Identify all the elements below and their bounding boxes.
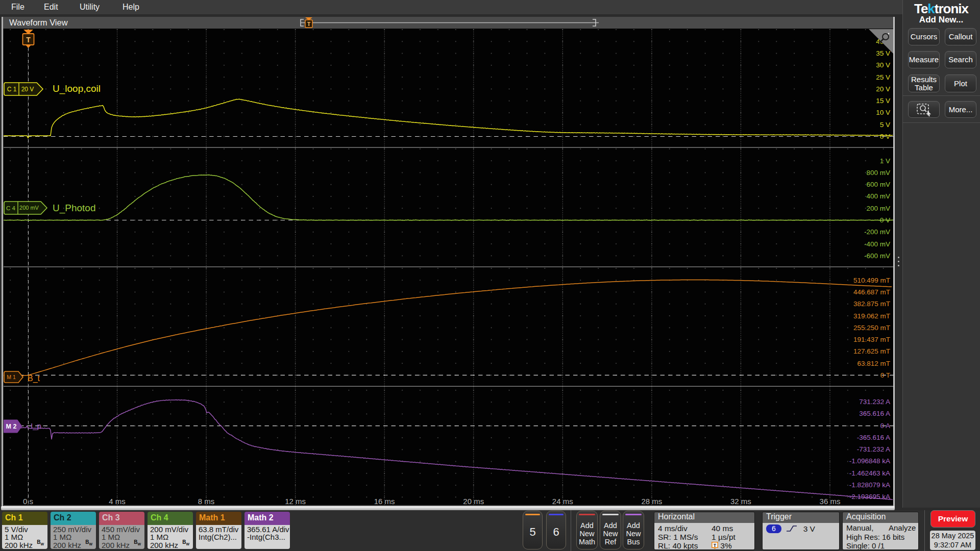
svg-text:0 T: 0 T xyxy=(880,371,890,379)
svg-text:24 ms: 24 ms xyxy=(552,497,573,506)
svg-text:C 1: C 1 xyxy=(7,86,17,93)
svg-text:20 V: 20 V xyxy=(876,85,890,93)
svg-text:T: T xyxy=(714,543,717,548)
svg-text:200 mV: 200 mV xyxy=(866,205,890,212)
svg-text:16 ms: 16 ms xyxy=(374,497,395,506)
svg-text:382.875 mT: 382.875 mT xyxy=(853,300,890,308)
svg-text:32 ms: 32 ms xyxy=(730,497,751,506)
svg-text:30 V: 30 V xyxy=(876,61,890,69)
svg-text:M 2: M 2 xyxy=(6,423,17,430)
svg-text:-1.462463 kA: -1.462463 kA xyxy=(849,469,890,477)
svg-text:35 V: 35 V xyxy=(876,49,890,57)
svg-text:600 mV: 600 mV xyxy=(866,181,890,188)
svg-text:T: T xyxy=(307,21,311,27)
svg-text:-600 mV: -600 mV xyxy=(864,252,890,260)
svg-text:28 ms: 28 ms xyxy=(641,497,662,506)
svg-text:400 mV: 400 mV xyxy=(866,192,890,200)
svg-text:731.232 A: 731.232 A xyxy=(859,398,890,406)
svg-text:12 ms: 12 ms xyxy=(285,497,306,506)
svg-text:C 4: C 4 xyxy=(6,205,16,211)
svg-text:200 mV: 200 mV xyxy=(19,205,39,211)
svg-text:8 ms: 8 ms xyxy=(198,497,215,506)
svg-text:10 V: 10 V xyxy=(876,109,890,116)
svg-text:B_t: B_t xyxy=(28,374,40,383)
svg-text:5 V: 5 V xyxy=(880,121,890,129)
svg-text:0 A: 0 A xyxy=(880,422,890,430)
svg-text:-200 mV: -200 mV xyxy=(864,228,890,236)
svg-text:U_loop,coil: U_loop,coil xyxy=(53,83,101,94)
svg-text:15 V: 15 V xyxy=(876,97,890,105)
svg-text:365.616 A: 365.616 A xyxy=(859,410,890,417)
svg-text:T: T xyxy=(26,36,31,44)
svg-text:M 1: M 1 xyxy=(7,374,16,380)
svg-text:510.499 mT: 510.499 mT xyxy=(853,277,890,284)
svg-text:191.437 mT: 191.437 mT xyxy=(853,336,890,343)
svg-text:1 V: 1 V xyxy=(880,157,890,165)
svg-text:127.625 mT: 127.625 mT xyxy=(853,347,890,355)
svg-text:0 V: 0 V xyxy=(880,133,890,140)
svg-text:446.687 mT: 446.687 mT xyxy=(853,288,890,296)
svg-text:-1.096848 kA: -1.096848 kA xyxy=(849,457,890,465)
svg-text:25 V: 25 V xyxy=(876,73,890,81)
svg-text:63.812 mT: 63.812 mT xyxy=(857,360,890,367)
svg-text:-731.232 A: -731.232 A xyxy=(857,445,890,453)
svg-text:I_p: I_p xyxy=(31,421,41,430)
svg-text:20 V: 20 V xyxy=(21,86,34,93)
svg-text:319.062 mT: 319.062 mT xyxy=(853,312,890,320)
svg-text:20 ms: 20 ms xyxy=(463,497,484,506)
svg-text:800 mV: 800 mV xyxy=(866,169,890,177)
svg-text:-1.828079 kA: -1.828079 kA xyxy=(849,481,890,489)
svg-text:-365.616 A: -365.616 A xyxy=(857,434,890,441)
svg-text:U_Photod: U_Photod xyxy=(53,203,96,214)
svg-text:36 ms: 36 ms xyxy=(820,497,841,506)
svg-text:-2.193695 kA: -2.193695 kA xyxy=(849,493,890,500)
svg-text:-400 mV: -400 mV xyxy=(864,240,890,248)
svg-text:0 V: 0 V xyxy=(880,216,890,224)
svg-text:0 s: 0 s xyxy=(23,497,33,506)
svg-text:255.250 mT: 255.250 mT xyxy=(853,324,890,332)
svg-text:4 ms: 4 ms xyxy=(109,497,126,506)
